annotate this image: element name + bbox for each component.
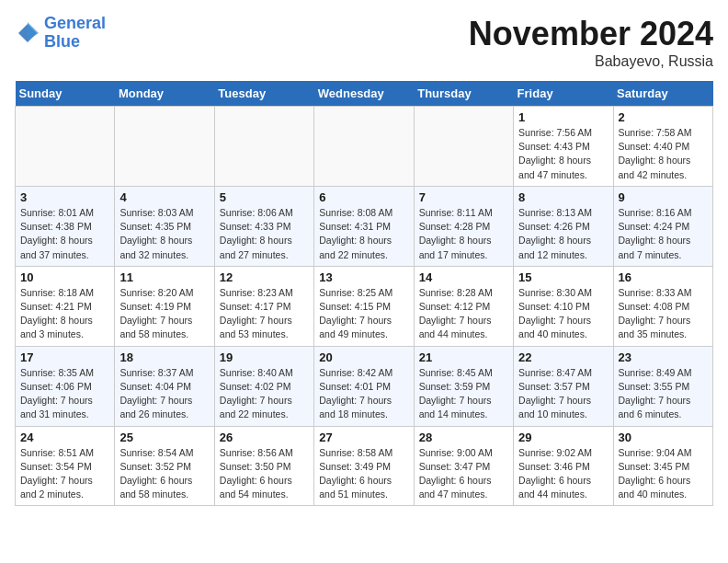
calendar-cell: 27Sunrise: 8:58 AMSunset: 3:49 PMDayligh… — [314, 426, 414, 506]
day-number: 18 — [119, 350, 209, 364]
day-info: Sunrise: 8:01 AMSunset: 4:38 PMDaylight:… — [20, 206, 109, 262]
weekday-row: SundayMondayTuesdayWednesdayThursdayFrid… — [16, 81, 713, 107]
calendar-cell: 18Sunrise: 8:37 AMSunset: 4:04 PMDayligh… — [115, 346, 214, 426]
day-info: Sunrise: 8:33 AMSunset: 4:08 PMDaylight:… — [619, 286, 708, 342]
week-row-3: 10Sunrise: 8:18 AMSunset: 4:21 PMDayligh… — [16, 266, 713, 346]
day-info: Sunrise: 8:45 AMSunset: 3:59 PMDaylight:… — [419, 366, 508, 422]
day-info: Sunrise: 8:18 AMSunset: 4:21 PMDaylight:… — [20, 286, 109, 342]
weekday-header-thursday: Thursday — [414, 81, 513, 107]
svg-marker-1 — [28, 22, 39, 40]
day-number: 22 — [518, 350, 608, 364]
day-info: Sunrise: 9:02 AMSunset: 3:46 PMDaylight:… — [518, 446, 608, 502]
day-info: Sunrise: 8:37 AMSunset: 4:04 PMDaylight:… — [119, 366, 209, 422]
calendar-cell — [214, 107, 313, 187]
weekday-header-tuesday: Tuesday — [214, 81, 313, 107]
calendar-cell: 1Sunrise: 7:56 AMSunset: 4:43 PMDaylight… — [514, 107, 613, 187]
calendar-cell: 9Sunrise: 8:16 AMSunset: 4:24 PMDaylight… — [613, 186, 712, 266]
calendar-cell: 8Sunrise: 8:13 AMSunset: 4:26 PMDaylight… — [514, 186, 613, 266]
day-number: 13 — [319, 270, 408, 284]
calendar-cell: 24Sunrise: 8:51 AMSunset: 3:54 PMDayligh… — [16, 426, 115, 506]
day-number: 11 — [119, 270, 209, 284]
calendar-cell: 17Sunrise: 8:35 AMSunset: 4:06 PMDayligh… — [16, 346, 115, 426]
day-info: Sunrise: 8:23 AMSunset: 4:17 PMDaylight:… — [220, 286, 309, 342]
calendar-cell: 3Sunrise: 8:01 AMSunset: 4:38 PMDaylight… — [16, 186, 115, 266]
day-number: 15 — [518, 270, 608, 284]
calendar-cell: 7Sunrise: 8:11 AMSunset: 4:28 PMDaylight… — [414, 186, 513, 266]
title-block: November 2024 Babayevo, Russia — [469, 15, 713, 70]
day-number: 21 — [419, 350, 508, 364]
day-number: 7 — [419, 190, 508, 204]
day-info: Sunrise: 9:00 AMSunset: 3:47 PMDaylight:… — [419, 446, 508, 502]
calendar-cell — [314, 107, 414, 187]
day-number: 9 — [619, 190, 708, 204]
calendar-cell: 20Sunrise: 8:42 AMSunset: 4:01 PMDayligh… — [314, 346, 414, 426]
calendar-cell: 13Sunrise: 8:25 AMSunset: 4:15 PMDayligh… — [314, 266, 414, 346]
day-number: 17 — [20, 350, 109, 364]
day-info: Sunrise: 8:35 AMSunset: 4:06 PMDaylight:… — [20, 366, 109, 422]
calendar-cell: 21Sunrise: 8:45 AMSunset: 3:59 PMDayligh… — [414, 346, 513, 426]
calendar-cell — [414, 107, 513, 187]
day-info: Sunrise: 8:25 AMSunset: 4:15 PMDaylight:… — [319, 286, 408, 342]
day-info: Sunrise: 8:20 AMSunset: 4:19 PMDaylight:… — [119, 286, 209, 342]
day-number: 14 — [419, 270, 508, 284]
calendar-cell: 5Sunrise: 8:06 AMSunset: 4:33 PMDaylight… — [214, 186, 313, 266]
calendar-cell: 28Sunrise: 9:00 AMSunset: 3:47 PMDayligh… — [414, 426, 513, 506]
logo: General Blue — [15, 15, 106, 52]
day-info: Sunrise: 7:56 AMSunset: 4:43 PMDaylight:… — [518, 126, 608, 182]
day-number: 20 — [319, 350, 408, 364]
day-info: Sunrise: 8:40 AMSunset: 4:02 PMDaylight:… — [220, 366, 309, 422]
day-number: 26 — [220, 431, 309, 444]
day-info: Sunrise: 8:13 AMSunset: 4:26 PMDaylight:… — [518, 206, 608, 262]
day-number: 16 — [619, 270, 708, 284]
calendar-cell: 22Sunrise: 8:47 AMSunset: 3:57 PMDayligh… — [514, 346, 613, 426]
calendar-cell: 26Sunrise: 8:56 AMSunset: 3:50 PMDayligh… — [214, 426, 313, 506]
month-title: November 2024 — [469, 15, 713, 53]
day-number: 4 — [119, 190, 209, 204]
day-info: Sunrise: 8:28 AMSunset: 4:12 PMDaylight:… — [419, 286, 508, 342]
calendar-cell: 23Sunrise: 8:49 AMSunset: 3:55 PMDayligh… — [613, 346, 712, 426]
day-number: 23 — [619, 350, 708, 364]
day-number: 3 — [20, 190, 109, 204]
logo-icon — [15, 20, 40, 46]
day-info: Sunrise: 8:49 AMSunset: 3:55 PMDaylight:… — [619, 366, 708, 422]
week-row-1: 1Sunrise: 7:56 AMSunset: 4:43 PMDaylight… — [16, 107, 713, 187]
calendar-cell: 2Sunrise: 7:58 AMSunset: 4:40 PMDaylight… — [613, 107, 712, 187]
weekday-header-sunday: Sunday — [16, 81, 115, 107]
calendar-cell: 12Sunrise: 8:23 AMSunset: 4:17 PMDayligh… — [214, 266, 313, 346]
calendar-cell: 30Sunrise: 9:04 AMSunset: 3:45 PMDayligh… — [613, 426, 712, 506]
day-info: Sunrise: 8:51 AMSunset: 3:54 PMDaylight:… — [20, 446, 109, 502]
weekday-header-friday: Friday — [514, 81, 613, 107]
week-row-5: 24Sunrise: 8:51 AMSunset: 3:54 PMDayligh… — [16, 426, 713, 506]
location: Babayevo, Russia — [469, 53, 713, 70]
day-info: Sunrise: 8:54 AMSunset: 3:52 PMDaylight:… — [119, 446, 209, 502]
day-info: Sunrise: 8:58 AMSunset: 3:49 PMDaylight:… — [319, 446, 408, 502]
calendar-cell: 29Sunrise: 9:02 AMSunset: 3:46 PMDayligh… — [514, 426, 613, 506]
day-number: 2 — [619, 110, 708, 124]
day-number: 27 — [319, 431, 408, 444]
day-number: 6 — [319, 190, 408, 204]
day-info: Sunrise: 8:30 AMSunset: 4:10 PMDaylight:… — [518, 286, 608, 342]
day-number: 12 — [220, 270, 309, 284]
day-info: Sunrise: 8:56 AMSunset: 3:50 PMDaylight:… — [220, 446, 309, 502]
weekday-header-wednesday: Wednesday — [314, 81, 414, 107]
calendar-cell: 15Sunrise: 8:30 AMSunset: 4:10 PMDayligh… — [514, 266, 613, 346]
calendar-table: SundayMondayTuesdayWednesdayThursdayFrid… — [15, 81, 713, 506]
page-header: General Blue November 2024 Babayevo, Rus… — [15, 15, 713, 70]
day-number: 30 — [619, 431, 708, 444]
day-number: 29 — [518, 431, 608, 444]
day-number: 5 — [220, 190, 309, 204]
day-info: Sunrise: 8:47 AMSunset: 3:57 PMDaylight:… — [518, 366, 608, 422]
day-info: Sunrise: 8:16 AMSunset: 4:24 PMDaylight:… — [619, 206, 708, 262]
calendar-cell — [16, 107, 115, 187]
calendar-cell: 14Sunrise: 8:28 AMSunset: 4:12 PMDayligh… — [414, 266, 513, 346]
day-info: Sunrise: 8:03 AMSunset: 4:35 PMDaylight:… — [119, 206, 209, 262]
day-info: Sunrise: 9:04 AMSunset: 3:45 PMDaylight:… — [619, 446, 708, 502]
day-number: 8 — [518, 190, 608, 204]
calendar-cell: 16Sunrise: 8:33 AMSunset: 4:08 PMDayligh… — [613, 266, 712, 346]
day-number: 25 — [119, 431, 209, 444]
week-row-4: 17Sunrise: 8:35 AMSunset: 4:06 PMDayligh… — [16, 346, 713, 426]
logo-text: General Blue — [44, 15, 106, 52]
calendar-cell: 11Sunrise: 8:20 AMSunset: 4:19 PMDayligh… — [115, 266, 214, 346]
weekday-header-saturday: Saturday — [613, 81, 712, 107]
day-info: Sunrise: 7:58 AMSunset: 4:40 PMDaylight:… — [619, 126, 708, 182]
